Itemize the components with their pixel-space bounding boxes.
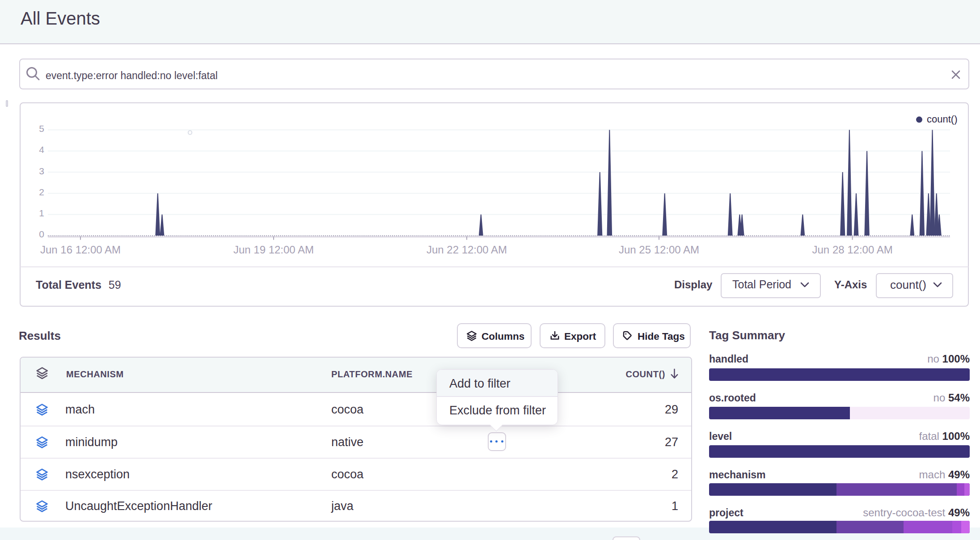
svg-text:Jun 22 12:00 AM: Jun 22 12:00 AM <box>427 244 507 256</box>
svg-text:Jun 28 12:00 AM: Jun 28 12:00 AM <box>812 244 893 256</box>
svg-text:1: 1 <box>39 208 44 218</box>
svg-text:Jun 16 12:00 AM: Jun 16 12:00 AM <box>40 244 121 256</box>
svg-text:2: 2 <box>39 187 44 197</box>
svg-text:5: 5 <box>39 123 44 134</box>
svg-text:Jun 19 12:00 AM: Jun 19 12:00 AM <box>233 244 314 256</box>
svg-text:0: 0 <box>39 229 44 239</box>
svg-text:Jun 25 12:00 AM: Jun 25 12:00 AM <box>619 244 699 256</box>
svg-text:4: 4 <box>39 144 44 155</box>
svg-text:count(): count() <box>927 114 957 125</box>
svg-text:3: 3 <box>39 166 44 176</box>
